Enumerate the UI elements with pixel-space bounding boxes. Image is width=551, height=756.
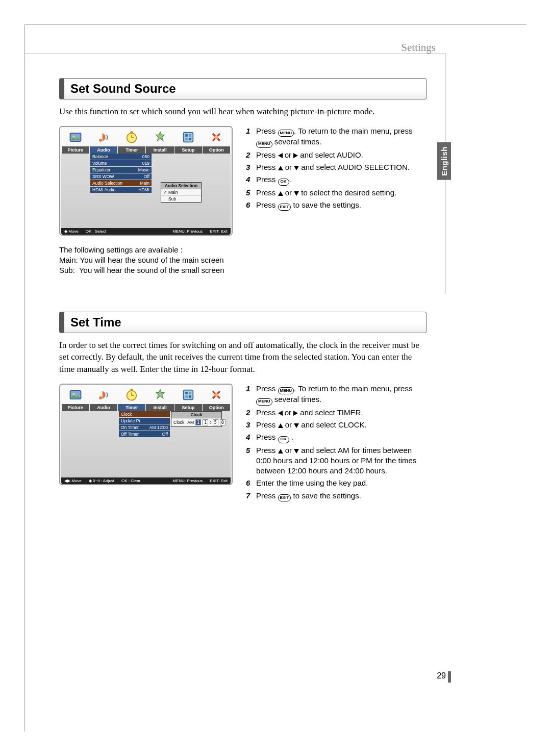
osd-body: Balance050 Volume019 EqualizerMusic SRS … bbox=[61, 154, 231, 228]
setup-icon bbox=[181, 388, 195, 402]
osd-footer: ◀▶ Move ◆ 0~9 : Adjust OK : Clear MENU: … bbox=[61, 477, 231, 484]
osd-tab-row: Picture Audio Timer Install Setup Option bbox=[61, 146, 231, 154]
section2-steps: 1Press MENU. To return to the main menu,… bbox=[246, 384, 427, 503]
osd-row-highlighted: Audio SelectionMain bbox=[90, 180, 152, 186]
osd-tab: Setup bbox=[174, 404, 202, 411]
clock-hour1: 1 bbox=[195, 419, 201, 425]
menu-button-icon: MENU bbox=[278, 130, 294, 137]
up-arrow-icon bbox=[278, 191, 283, 196]
svg-rect-5 bbox=[184, 132, 193, 142]
down-arrow-icon bbox=[294, 166, 299, 170]
svg-rect-9 bbox=[189, 138, 191, 140]
down-arrow-icon bbox=[294, 191, 299, 196]
osd-row: HDMI AudioHDMI bbox=[90, 187, 152, 193]
osd-icon-row bbox=[61, 128, 231, 146]
section1-available: The following settings are available : M… bbox=[59, 245, 427, 276]
exit-button-icon: EXIT bbox=[278, 204, 291, 211]
header-category: Settings bbox=[401, 41, 436, 54]
osd-tab-row: Picture Audio Timer Install Setup Option bbox=[61, 404, 231, 411]
osd-tab: Picture bbox=[62, 146, 89, 154]
left-arrow-icon bbox=[278, 411, 283, 416]
svg-rect-17 bbox=[185, 392, 188, 394]
osd-tab-active: Timer bbox=[118, 404, 145, 411]
setup-icon bbox=[181, 130, 195, 144]
picture-icon bbox=[68, 388, 83, 402]
section1-steps: 1Press MENU. To return to the main menu,… bbox=[246, 126, 427, 213]
section-heading-time: Set Time bbox=[59, 312, 427, 333]
menu-button-icon: MENU bbox=[256, 141, 272, 148]
audio-icon bbox=[96, 388, 111, 402]
svg-rect-20 bbox=[189, 395, 191, 398]
page-frame: Settings English Set Sound Source Use th… bbox=[24, 24, 527, 732]
svg-rect-8 bbox=[185, 138, 188, 140]
clock-min1: 5 bbox=[213, 419, 218, 425]
osd-audio-screenshot: Picture Audio Timer Install Setup Option… bbox=[59, 126, 233, 236]
svg-rect-16 bbox=[184, 390, 193, 400]
step: 1Press MENU. To return to the main menu,… bbox=[246, 384, 427, 406]
timer-icon bbox=[124, 130, 139, 144]
svg-point-10 bbox=[215, 135, 218, 139]
audio-icon bbox=[96, 130, 111, 144]
install-icon bbox=[153, 388, 167, 402]
osd-tab: Audio bbox=[90, 404, 117, 411]
osd-row: Balance050 bbox=[90, 154, 152, 160]
down-arrow-icon bbox=[294, 449, 299, 453]
svg-rect-15 bbox=[131, 389, 133, 391]
osd-timer-list: Clock Update Pr. On TimerAM 12:00 Off Ti… bbox=[119, 411, 170, 438]
section2-body: Picture Audio Timer Install Setup Option… bbox=[59, 384, 427, 503]
up-arrow-icon bbox=[278, 449, 283, 453]
osd-row: EqualizerMusic bbox=[90, 167, 152, 173]
step: 1Press MENU. To return to the main menu,… bbox=[246, 126, 427, 148]
svg-rect-4 bbox=[131, 131, 133, 133]
osd-footer: ◆ Move OK : Select MENU: Previous EXIT: … bbox=[61, 228, 231, 235]
osd-tab-active: Audio bbox=[90, 146, 117, 154]
osd-row: Update Pr. bbox=[119, 418, 170, 424]
step: 4Press OK . bbox=[246, 432, 427, 443]
available-main: Main: You will hear the sound of the mai… bbox=[59, 255, 427, 265]
osd-popup-clock: Clock Clock AM 11:50 bbox=[171, 411, 222, 427]
language-tab: English bbox=[437, 142, 451, 180]
section2-intro: In order to set the correct times for sw… bbox=[59, 339, 427, 375]
page-thumb-marker bbox=[448, 671, 451, 683]
check-icon: ✓ bbox=[163, 190, 168, 195]
step: 2Press or and select AUDIO. bbox=[246, 150, 427, 160]
osd-tab: Install bbox=[146, 146, 173, 154]
option-icon bbox=[209, 388, 223, 402]
step: 3Press or and select AUDIO SELECTION. bbox=[246, 162, 427, 172]
section1-intro: Use this function to set which sound you… bbox=[59, 106, 427, 118]
svg-point-2 bbox=[99, 139, 102, 142]
step: 5Press or and select AM for times betwee… bbox=[246, 445, 427, 476]
osd-tab: Timer bbox=[118, 146, 145, 154]
osd-popup-title: Audio Selection bbox=[161, 183, 201, 189]
section-heading-sound: Set Sound Source bbox=[59, 78, 427, 99]
step: 6Press EXIT to save the settings. bbox=[246, 200, 427, 211]
header-rule bbox=[25, 54, 446, 54]
step: 4Press OK. bbox=[246, 174, 427, 185]
step: 6Enter the time using the key pad. bbox=[246, 478, 427, 488]
ok-button-icon: OK bbox=[278, 436, 289, 443]
right-arrow-icon bbox=[293, 153, 298, 158]
osd-tab: Setup bbox=[174, 146, 202, 154]
svg-rect-18 bbox=[189, 392, 191, 394]
left-arrow-icon bbox=[278, 153, 283, 158]
exit-button-icon: EXIT bbox=[278, 494, 291, 501]
osd-timer-screenshot: Picture Audio Timer Install Setup Option… bbox=[59, 384, 233, 485]
svg-point-13 bbox=[99, 396, 102, 399]
up-arrow-icon bbox=[278, 166, 283, 170]
available-heading: The following settings are available : bbox=[59, 245, 427, 255]
content: Set Sound Source Use this function to se… bbox=[59, 78, 427, 503]
install-icon bbox=[153, 130, 167, 144]
svg-rect-7 bbox=[189, 134, 191, 137]
step: 2Press or and select TIMER. bbox=[246, 408, 427, 418]
osd-popup-option: Sub bbox=[161, 196, 201, 202]
clock-hour2: 1 bbox=[203, 419, 208, 425]
osd-row: Volume019 bbox=[90, 160, 152, 166]
step: 7Press EXIT to save the settings. bbox=[246, 491, 427, 501]
menu-button-icon: MENU bbox=[278, 387, 294, 394]
osd-body: Clock Update Pr. On TimerAM 12:00 Off Ti… bbox=[61, 411, 231, 477]
page-number: 29 bbox=[437, 671, 446, 681]
osd-tab: Picture bbox=[62, 404, 89, 411]
step: 5Press or to select the desired setting. bbox=[246, 188, 427, 198]
timer-icon bbox=[124, 388, 139, 402]
right-arrow-icon bbox=[293, 411, 298, 416]
